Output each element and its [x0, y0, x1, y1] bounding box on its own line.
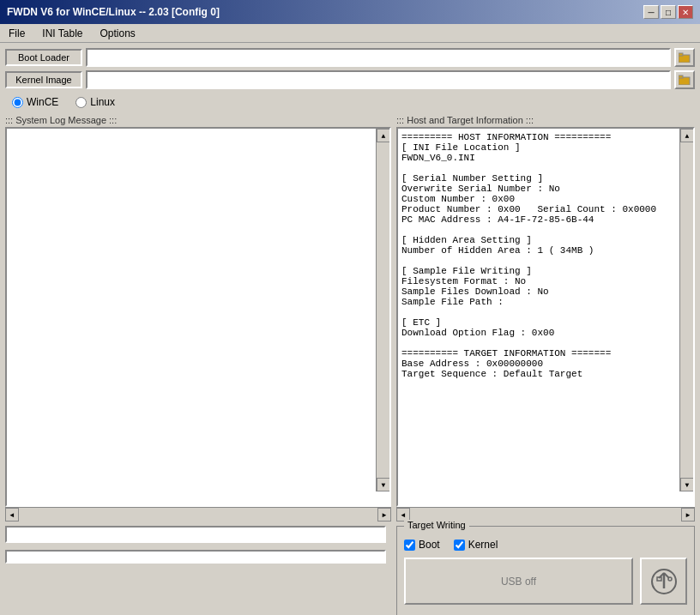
menu-ini-table[interactable]: INI Table [37, 26, 88, 41]
boot-loader-input[interactable] [86, 48, 671, 67]
info-hscroll: ◄ ► [396, 507, 695, 521]
menu-file[interactable]: File [3, 26, 30, 41]
radio-linux-label: Linux [90, 96, 115, 108]
log-scroll-down[interactable]: ▼ [377, 478, 390, 491]
kernel-label: Kernel [468, 539, 498, 551]
radio-wince[interactable]: WinCE [12, 96, 58, 108]
info-text-area: ========= HOST INFORMATION ========== [ … [396, 127, 695, 507]
log-panel-title: ::: System Log Message ::: [5, 115, 391, 125]
radio-wince-label: WinCE [27, 96, 58, 108]
bottom-right: Target Writing Boot Kernel USB off [396, 526, 695, 615]
progress-bar-2 [5, 550, 386, 564]
log-scrollbar-v[interactable]: ▲ ▼ [376, 129, 389, 491]
radio-linux[interactable]: Linux [75, 96, 115, 108]
title-bar: FWDN V6 for WinCE/Linux -- 2.03 [Config … [0, 0, 700, 24]
log-hscroll-left[interactable]: ◄ [5, 508, 19, 522]
info-panel-title: ::: Host and Target Information ::: [396, 115, 695, 125]
kernel-image-input[interactable] [86, 70, 671, 89]
info-hscroll-track [410, 508, 681, 521]
kernel-image-row: Kernel Image [5, 70, 695, 89]
kernel-checkbox-label[interactable]: Kernel [454, 539, 498, 551]
kernel-checkbox[interactable] [454, 540, 465, 551]
boot-loader-browse-button[interactable] [674, 48, 695, 67]
window-controls: ─ □ ✕ [643, 5, 693, 19]
log-hscroll: ◄ ► [5, 507, 391, 521]
log-hscroll-track [19, 508, 377, 521]
menu-bar: File INI Table Options [0, 24, 700, 43]
left-panel: ::: System Log Message ::: ▲ ▼ ◄ ► [5, 115, 391, 521]
main-layout: Boot Loader Kernel Image WinCE Linux [0, 43, 700, 615]
usb-icon-button[interactable] [640, 558, 687, 605]
bottom-area: Target Writing Boot Kernel USB off [5, 526, 695, 615]
minimize-button[interactable]: ─ [643, 5, 659, 19]
folder-icon [679, 52, 691, 63]
svg-rect-3 [679, 75, 683, 78]
svg-point-9 [668, 577, 672, 581]
info-scroll-up[interactable]: ▲ [680, 129, 694, 142]
folder-icon-2 [679, 75, 691, 85]
two-panel: ::: System Log Message ::: ▲ ▼ ◄ ► ::: H… [5, 115, 695, 521]
maximize-button[interactable]: □ [661, 5, 676, 19]
boot-checkbox-label[interactable]: Boot [404, 539, 440, 551]
info-scroll-track [680, 142, 693, 478]
boot-checkbox[interactable] [404, 540, 415, 551]
boot-loader-label: Boot Loader [5, 49, 82, 66]
boot-loader-row: Boot Loader [5, 48, 695, 67]
log-content[interactable] [7, 129, 376, 505]
radio-linux-input[interactable] [75, 97, 87, 108]
radio-wince-input[interactable] [12, 97, 23, 108]
info-scroll-down[interactable]: ▼ [680, 478, 694, 491]
target-writing-checkboxes: Boot Kernel [404, 539, 687, 551]
info-content[interactable]: ========= HOST INFORMATION ========== [ … [398, 129, 679, 505]
window-title: FWDN V6 for WinCE/Linux -- 2.03 [Config … [7, 6, 220, 18]
usb-icon [649, 566, 679, 597]
right-panel: ::: Host and Target Information ::: ====… [396, 115, 695, 521]
svg-rect-8 [657, 577, 661, 581]
os-radio-group: WinCE Linux [5, 93, 695, 112]
boot-label: Boot [419, 539, 440, 551]
info-scrollbar-v[interactable]: ▲ ▼ [679, 129, 693, 491]
kernel-image-browse-button[interactable] [674, 70, 695, 89]
log-scroll-track [377, 142, 389, 478]
svg-rect-1 [679, 53, 683, 56]
menu-options[interactable]: Options [94, 26, 140, 41]
info-hscroll-right[interactable]: ► [681, 508, 695, 522]
close-button[interactable]: ✕ [678, 5, 693, 19]
log-text-area: ▲ ▼ [5, 127, 391, 507]
usb-button[interactable]: USB off [404, 558, 633, 605]
log-scroll-up[interactable]: ▲ [377, 129, 390, 142]
progress-bar-1 [5, 526, 386, 543]
kernel-image-label: Kernel Image [5, 71, 82, 88]
usb-row: USB off [404, 558, 687, 605]
target-writing-group: Target Writing Boot Kernel USB off [396, 526, 695, 615]
target-writing-legend: Target Writing [404, 520, 469, 530]
log-hscroll-right[interactable]: ► [377, 508, 391, 522]
bottom-left [5, 526, 391, 615]
